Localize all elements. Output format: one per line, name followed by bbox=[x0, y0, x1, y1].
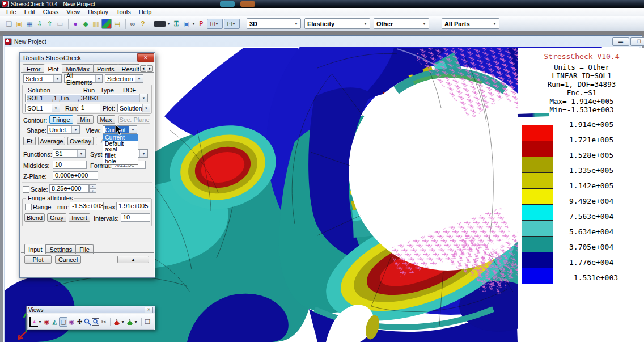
pan-icon[interactable]: ✣ bbox=[76, 318, 83, 326]
new-file-icon[interactable]: ❑ bbox=[5, 19, 14, 28]
selection-combobox[interactable]: Selection▼ bbox=[105, 74, 143, 83]
legend-color-cell bbox=[522, 221, 553, 237]
dialog-close-icon[interactable]: ✕ bbox=[137, 53, 154, 62]
display-settings-icon[interactable]: x bbox=[101, 19, 112, 29]
tab-plot[interactable]: Plot bbox=[44, 64, 62, 73]
shape-combobox[interactable]: Undef.▼ bbox=[47, 125, 80, 134]
main-titlebar[interactable]: StressCheck 10.4 - New Project bbox=[0, 0, 644, 8]
sec-plane-button[interactable]: Sec. Plane bbox=[118, 115, 150, 124]
image-tool-icon[interactable]: ⊡▼ bbox=[224, 19, 240, 29]
fill-green-dropdown[interactable]: ▼ bbox=[134, 320, 138, 324]
discipline-combobox[interactable]: Elasticity▼ bbox=[304, 18, 370, 29]
view-option-axial[interactable]: axial bbox=[103, 146, 138, 153]
solution-header: Solution bbox=[28, 86, 50, 94]
blend-button[interactable]: Blend bbox=[24, 213, 45, 222]
rotate-sphere-icon[interactable]: ◉ bbox=[43, 318, 50, 326]
functions-combobox[interactable]: S1▼ bbox=[53, 149, 86, 158]
intervals-field[interactable]: 10 bbox=[121, 213, 150, 222]
cancel-button[interactable]: Cancel bbox=[55, 255, 81, 264]
menu-file[interactable]: File bbox=[2, 9, 20, 15]
solution-record-combobox[interactable]: SOL1 ,1 ,Lin. , 34893▼ bbox=[25, 94, 148, 102]
range-max-field[interactable]: 1.91e+005 bbox=[116, 202, 150, 210]
scale-field[interactable]: 8.25e+000 bbox=[49, 184, 89, 193]
plot-tool-icon[interactable]: ⊞▼ bbox=[207, 19, 223, 29]
legend-color-cell bbox=[522, 173, 553, 189]
points-icon[interactable]: P bbox=[197, 19, 206, 28]
zplane-field[interactable]: 0.000e+000 bbox=[53, 171, 98, 180]
max-label: max: bbox=[103, 203, 117, 211]
ibeam-extract-icon[interactable]: Ɪ bbox=[172, 19, 181, 28]
overlay-button[interactable]: Overlay bbox=[67, 137, 94, 145]
import-icon[interactable]: ⇩ bbox=[35, 19, 44, 28]
gray-button[interactable]: Gray bbox=[47, 213, 66, 222]
menu-help[interactable]: Help bbox=[135, 9, 156, 15]
dynamic-rotate-icon[interactable]: ▢ bbox=[59, 317, 67, 327]
open-file-icon[interactable]: ▣ bbox=[15, 19, 24, 28]
menu-edit[interactable]: Edit bbox=[20, 9, 39, 15]
legend-label: 5.634e+004 bbox=[569, 227, 637, 236]
menu-display[interactable]: Display bbox=[84, 9, 112, 15]
tab-input[interactable]: Input bbox=[24, 244, 46, 254]
scale-spinner[interactable]: ▲▼ bbox=[89, 184, 96, 193]
scale-checkbox[interactable] bbox=[23, 186, 29, 193]
mode-combobox[interactable]: 3D▼ bbox=[247, 18, 301, 29]
fill-color-red-icon[interactable] bbox=[113, 318, 121, 326]
dof-header: DOF bbox=[123, 86, 136, 94]
selection-mode-dropdown[interactable]: ▼ bbox=[167, 22, 171, 26]
child-maximize-button[interactable]: ❐ bbox=[630, 37, 644, 46]
tab-scroll-right-icon[interactable]: ▸ bbox=[147, 65, 153, 72]
model-sphere-icon[interactable]: ● bbox=[71, 19, 80, 28]
binoculars-icon[interactable]: ∞ bbox=[128, 19, 137, 28]
selection-mode-icon[interactable] bbox=[154, 21, 166, 27]
midsides-field[interactable]: 10 bbox=[53, 161, 87, 169]
print-icon[interactable]: ▭ bbox=[56, 19, 65, 28]
range-min-field[interactable]: -1.53e+003 bbox=[70, 202, 104, 210]
fill-red-dropdown[interactable]: ▼ bbox=[121, 320, 125, 324]
results-dialog-titlebar[interactable]: Results StressCheck bbox=[20, 53, 155, 62]
database-icon[interactable]: ▥ bbox=[91, 19, 100, 28]
collapse-dialog-button[interactable]: ▲ bbox=[117, 256, 149, 263]
average-button[interactable]: Average bbox=[38, 137, 65, 145]
plot-button[interactable]: Plot bbox=[24, 255, 52, 264]
units-combobox[interactable]: Other▼ bbox=[374, 18, 429, 29]
fill-color-green-icon[interactable] bbox=[126, 318, 134, 326]
layers-dropdown[interactable]: ▼ bbox=[192, 22, 196, 26]
zoom-icon[interactable] bbox=[84, 318, 91, 326]
view-axis-dropdown[interactable]: ▼ bbox=[38, 320, 42, 324]
spin-view-icon[interactable]: ◭ bbox=[51, 318, 58, 326]
mesh-cube-icon[interactable]: ◆ bbox=[81, 19, 90, 28]
notes-book-icon[interactable]: ▤ bbox=[113, 19, 122, 28]
run-field[interactable]: 1 bbox=[79, 104, 100, 112]
save-icon[interactable]: ▦ bbox=[25, 19, 34, 28]
invert-button[interactable]: Invert bbox=[69, 213, 90, 222]
max-button[interactable]: Max bbox=[97, 115, 115, 124]
help-icon[interactable]: ? bbox=[138, 19, 147, 28]
et-button[interactable]: Et bbox=[23, 137, 36, 145]
tab-scroll-left-icon[interactable]: ◂ bbox=[140, 65, 146, 72]
menu-view[interactable]: View bbox=[62, 9, 84, 15]
project-window-titlebar[interactable]: New Project bbox=[5, 37, 46, 45]
solution-name-combobox[interactable]: SOL1▼ bbox=[25, 104, 60, 112]
legend-label: 7.563e+004 bbox=[569, 212, 637, 221]
elements-combobox[interactable]: All Elements▼ bbox=[64, 74, 103, 83]
select-combobox[interactable]: Select▼ bbox=[23, 74, 62, 83]
parts-combobox[interactable]: All Parts▼ bbox=[442, 18, 499, 29]
info-line: LINEAR ID=SOL1 bbox=[526, 71, 637, 80]
cascade-windows-icon[interactable]: ❐ bbox=[144, 318, 151, 326]
export-icon[interactable]: ⇧ bbox=[45, 19, 54, 28]
layers-icon[interactable]: ▣ bbox=[182, 19, 191, 28]
fringe-button[interactable]: Fringe bbox=[49, 115, 73, 124]
clip-model-icon[interactable]: ✂ bbox=[100, 318, 107, 326]
child-minimize-button[interactable]: ▬ bbox=[612, 37, 629, 46]
min-button[interactable]: Min bbox=[77, 115, 94, 124]
view-option-hole[interactable]: hole bbox=[103, 158, 138, 164]
menu-class[interactable]: Class bbox=[39, 9, 63, 15]
zoom-window-icon[interactable] bbox=[92, 318, 99, 326]
roll-view-icon[interactable]: ◉ bbox=[68, 318, 75, 326]
views-close-icon[interactable]: ✕ bbox=[145, 307, 153, 313]
menu-tools[interactable]: Tools bbox=[112, 9, 135, 15]
views-titlebar[interactable]: Views ✕ bbox=[27, 306, 155, 313]
range-checkbox[interactable] bbox=[25, 204, 32, 210]
plot-type-combobox[interactable]: Solution▼ bbox=[117, 104, 150, 112]
view-axis-icon[interactable]: z bbox=[29, 317, 38, 327]
